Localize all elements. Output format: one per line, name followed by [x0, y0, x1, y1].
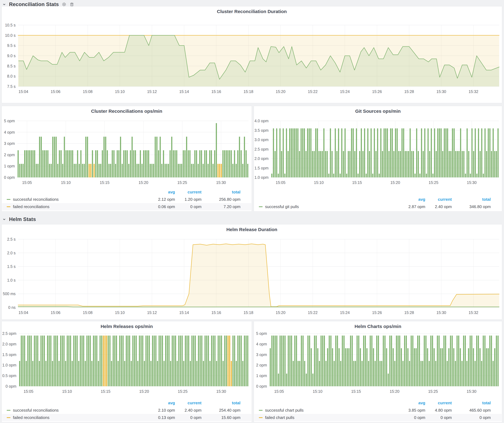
legend-row-failed-reconciliations[interactable]: failed reconciliations 0.13 opm 0 opm 15… — [2, 414, 251, 421]
svg-text:15:10: 15:10 — [62, 389, 72, 394]
svg-text:15:20: 15:20 — [390, 180, 400, 185]
svg-text:15:22: 15:22 — [308, 310, 318, 315]
legend-col-current[interactable]: current — [425, 400, 452, 405]
svg-text:15:15: 15:15 — [101, 389, 110, 394]
panel-cluster-reconciliation-duration: Cluster Reconciliation Duration 10.5 s10… — [1, 6, 502, 103]
git-sources-chart[interactable]: 4.0 opm3.5 opm3.0 opm2.5 opm2.0 opm1.5 o… — [254, 106, 502, 211]
legend-label[interactable]: successful git pulls — [265, 204, 299, 209]
svg-text:15:12: 15:12 — [147, 89, 157, 94]
series-swatch-yellow — [259, 417, 263, 418]
svg-text:15:30: 15:30 — [436, 89, 446, 94]
svg-text:3.0 opm: 3.0 opm — [254, 137, 269, 142]
svg-text:15:05: 15:05 — [276, 180, 286, 185]
legend-row-failed-chart-pulls[interactable]: failed chart pulls 0 opm 0 opm 0 opm — [254, 414, 502, 421]
legend-row-successful-chart-pulls[interactable]: successful chart pulls 3.85 opm 4.80 opm… — [254, 407, 502, 414]
chevron-down-icon — [2, 2, 6, 6]
svg-text:15:24: 15:24 — [340, 89, 350, 94]
legend-header-row: avg current total — [2, 399, 251, 407]
svg-text:15:30: 15:30 — [216, 180, 226, 185]
svg-text:15:18: 15:18 — [244, 89, 253, 94]
svg-text:7.5 s: 7.5 s — [7, 84, 16, 89]
legend-avg: 2.87 opm — [394, 204, 425, 209]
section-title[interactable]: Helm Stats — [9, 216, 36, 222]
svg-text:15:15: 15:15 — [351, 389, 361, 394]
svg-text:15:10: 15:10 — [61, 180, 71, 185]
legend-col-current[interactable]: current — [425, 197, 452, 202]
svg-text:1.0 opm: 1.0 opm — [254, 175, 269, 180]
svg-text:2.5 opm: 2.5 opm — [254, 147, 269, 151]
legend-label[interactable]: failed chart pulls — [265, 415, 294, 420]
legend-current: 4.80 opm — [425, 408, 452, 413]
legend-label[interactable]: failed reconciliations — [13, 415, 49, 420]
svg-text:2.0 s: 2.0 s — [7, 251, 16, 255]
legend-col-total[interactable]: total — [452, 400, 491, 405]
legend-label[interactable]: successful reconciliations — [13, 197, 59, 202]
svg-text:15:28: 15:28 — [404, 310, 414, 315]
svg-text:1.0 s: 1.0 s — [7, 278, 16, 282]
legend-col-avg[interactable]: avg — [144, 400, 175, 405]
svg-text:15:25: 15:25 — [177, 180, 187, 185]
legend-col-total[interactable]: total — [452, 197, 491, 202]
legend-row-successful-reconciliations[interactable]: successful reconciliations 2.12 opm 1.20… — [2, 196, 251, 203]
svg-text:15:28: 15:28 — [404, 89, 414, 94]
svg-text:2 opm: 2 opm — [4, 153, 15, 157]
legend-table: avg current total successful reconciliat… — [2, 399, 251, 421]
panel-title: Helm Release Duration — [2, 227, 502, 232]
svg-text:0 ns: 0 ns — [8, 305, 16, 310]
svg-text:0 opm: 0 opm — [256, 384, 267, 388]
svg-text:15:20: 15:20 — [139, 389, 149, 394]
cluster-reconciliation-duration-chart[interactable]: 10.5 s10.0 s9.5 s9.0 s8.5 s8.0 s7.5 s15:… — [2, 6, 502, 103]
legend-col-current[interactable]: current — [175, 190, 202, 194]
svg-text:15:30: 15:30 — [467, 389, 476, 394]
svg-text:5 opm: 5 opm — [4, 119, 15, 123]
legend-col-current[interactable]: current — [175, 400, 202, 405]
svg-text:0 opm: 0 opm — [6, 384, 16, 388]
series-swatch-yellow — [7, 206, 11, 207]
svg-text:1 opm: 1 opm — [256, 373, 267, 378]
legend-label[interactable]: failed reconciliations — [13, 204, 49, 209]
svg-text:15:18: 15:18 — [244, 310, 253, 315]
legend-row-failed-reconciliations[interactable]: failed reconciliations 0.06 opm 0 opm 7.… — [2, 203, 251, 210]
section-header-helm-stats[interactable]: Helm Stats — [2, 216, 36, 222]
svg-text:15:25: 15:25 — [428, 389, 438, 394]
legend-col-avg[interactable]: avg — [144, 190, 175, 194]
svg-text:2.5 opm: 2.5 opm — [2, 331, 16, 336]
svg-text:15:24: 15:24 — [340, 310, 350, 315]
series-swatch-green — [7, 199, 11, 200]
svg-text:15:08: 15:08 — [83, 310, 93, 315]
panel-helm-release-duration: Helm Release Duration 2.5 s2.0 s1.5 s1.0… — [1, 224, 502, 320]
panel-title: Helm Releases ops/min — [2, 324, 252, 329]
legend-col-avg[interactable]: avg — [394, 197, 425, 202]
svg-text:4 opm: 4 opm — [4, 130, 15, 135]
svg-text:15:10: 15:10 — [314, 180, 324, 185]
legend-header-row: avg current total — [2, 188, 251, 196]
series-swatch-green — [7, 410, 11, 411]
svg-text:15:06: 15:06 — [51, 89, 60, 94]
legend-table: avg current total successful git pulls 2… — [254, 196, 502, 210]
svg-text:9.0 s: 9.0 s — [7, 53, 16, 58]
svg-text:10.0 s: 10.0 s — [5, 33, 16, 38]
svg-text:15:05: 15:05 — [24, 389, 34, 394]
legend-col-total[interactable]: total — [202, 400, 240, 405]
svg-text:3 opm: 3 opm — [4, 141, 15, 146]
legend-label[interactable]: successful reconciliations — [13, 408, 59, 413]
series-swatch-green — [259, 206, 263, 207]
svg-text:15:25: 15:25 — [178, 389, 188, 394]
svg-text:15:10: 15:10 — [313, 389, 323, 394]
svg-text:15:05: 15:05 — [22, 180, 32, 185]
helm-release-duration-chart[interactable]: 2.5 s2.0 s1.5 s1.0 s500 ms0 ns15:0415:06… — [2, 224, 502, 319]
panel-helm-releases-opm: Helm Releases ops/min 2.5 opm2.0 opm1.5 … — [1, 321, 252, 422]
legend-row-successful-reconciliations[interactable]: successful reconciliations 2.10 opm 2.40… — [2, 407, 251, 414]
legend-col-avg[interactable]: avg — [394, 400, 425, 405]
legend-row-successful-git-pulls[interactable]: successful git pulls 2.87 opm 2.40 opm 3… — [254, 203, 502, 210]
svg-text:1 opm: 1 opm — [4, 164, 15, 168]
svg-text:15:14: 15:14 — [179, 89, 189, 94]
svg-text:10.5 s: 10.5 s — [5, 23, 16, 27]
legend-label[interactable]: successful chart pulls — [265, 408, 304, 413]
series-swatch-yellow — [7, 417, 11, 418]
panel-title: Git Sources ops/min — [254, 109, 502, 114]
legend-total: 0 opm — [452, 415, 491, 420]
legend-col-total[interactable]: total — [202, 190, 240, 194]
svg-text:15:30: 15:30 — [436, 310, 446, 315]
svg-text:15:16: 15:16 — [211, 89, 221, 94]
